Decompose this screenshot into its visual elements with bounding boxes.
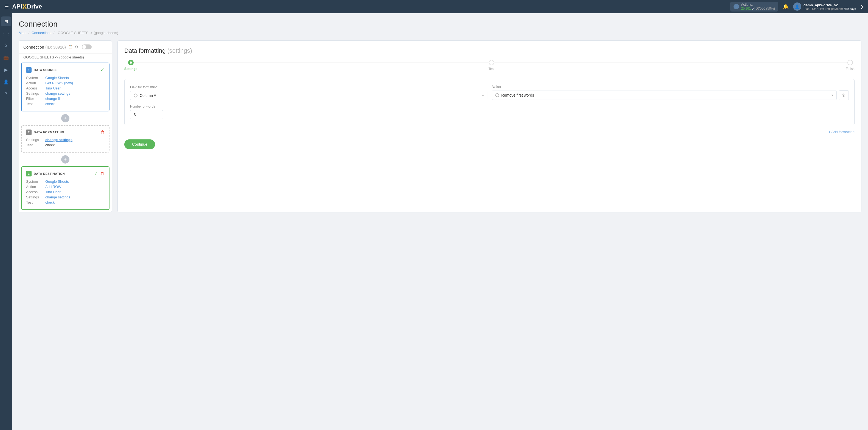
- step1-system-value[interactable]: Google Sheets: [45, 76, 69, 80]
- progress-step-finish-circle: [847, 60, 853, 65]
- continue-button[interactable]: Continue: [124, 140, 155, 149]
- step1-test-value[interactable]: check: [45, 102, 55, 106]
- bell-icon[interactable]: 🔔: [783, 4, 789, 10]
- user-menu[interactable]: 👤 demo_apix-drive_s2 Plan | Start| left …: [793, 2, 856, 11]
- step2-card: 2 DATA FORMATTING 🗑 Settings change sett…: [21, 125, 110, 153]
- breadcrumb-main[interactable]: Main: [19, 31, 26, 35]
- actions-info[interactable]: i Actions: 25'161 of 50'000 (50%): [730, 2, 778, 11]
- sidebar: ⊞ ⋮⋮ $ 💼 ▶ 👤 ?: [0, 13, 12, 430]
- navbar: ☰ APIXDrive i Actions: 25'161 of 50'000 …: [0, 0, 868, 13]
- actions-used: 25'161: [741, 7, 751, 10]
- right-panel-title: Data formatting (settings): [124, 47, 855, 54]
- step1-filter-value[interactable]: change filter: [45, 97, 65, 101]
- sidebar-item-connections[interactable]: ⋮⋮: [1, 29, 11, 38]
- action-group: Action Remove first words ▾ 🗑: [492, 85, 849, 100]
- navbar-expand-icon[interactable]: ❯: [860, 4, 864, 9]
- sidebar-item-video[interactable]: ▶: [1, 65, 11, 74]
- step3-row-system: System Google Sheets: [26, 180, 104, 184]
- step1-number: 1: [26, 67, 32, 73]
- field-select-value: Column A: [140, 93, 480, 98]
- field-group: Field for formatting Column A ▾: [130, 85, 487, 100]
- field-select[interactable]: Column A ▾: [130, 91, 487, 100]
- step3-card: 3 DATA DESTINATION ✓ 🗑 System Google She…: [21, 166, 110, 210]
- progress-step-test-label: Test: [489, 67, 495, 71]
- step2-test-value: check: [45, 143, 55, 147]
- step3-action-value[interactable]: Add ROW: [45, 185, 61, 189]
- progress-steps: Settings Test Finish: [124, 60, 855, 71]
- form-row-main: Field for formatting Column A ▾ Action: [130, 85, 849, 100]
- step2-row-test: Test check: [26, 143, 104, 147]
- user-avatar: 👤: [793, 2, 801, 11]
- step2-number: 2: [26, 129, 32, 135]
- breadcrumb-connections[interactable]: Connections: [32, 31, 51, 35]
- action-select[interactable]: Remove first words ▾: [492, 91, 837, 100]
- copy-icon[interactable]: 📋: [68, 45, 73, 49]
- user-plan: Plan | Start| left until payment 359 day…: [804, 7, 856, 10]
- step1-action-value[interactable]: Get ROWS (new): [45, 81, 73, 85]
- step3-number: 3: [26, 171, 32, 177]
- step1-check: ✓: [100, 67, 104, 73]
- user-info: demo_apix-drive_s2 Plan | Start| left un…: [804, 3, 856, 10]
- connection-title: Connection (ID: 38910): [23, 45, 66, 50]
- action-select-value: Remove first words: [501, 93, 830, 97]
- logo-drive: Drive: [27, 3, 42, 10]
- step3-row-test: Test check: [26, 200, 104, 205]
- progress-step-finish: Finish: [846, 60, 855, 71]
- settings-icon[interactable]: ⚙: [75, 45, 79, 49]
- step3-test-value[interactable]: check: [45, 200, 55, 205]
- step3-row-action: Action Add ROW: [26, 185, 104, 189]
- content-wrapper: Connection (ID: 38910) 📋 ⚙ GOOGLE SHEETS…: [19, 40, 861, 212]
- step1-row-system: System Google Sheets: [26, 76, 104, 80]
- connection-toggle[interactable]: [82, 44, 92, 50]
- progress-step-finish-label: Finish: [846, 67, 855, 71]
- progress-step-test-circle: [489, 60, 494, 65]
- step3-access-value[interactable]: Tina User: [45, 190, 61, 194]
- words-label: Number of words: [130, 104, 849, 109]
- add-step-btn-2[interactable]: +: [61, 155, 69, 163]
- sidebar-item-billing[interactable]: $: [1, 41, 11, 51]
- step3-delete[interactable]: 🗑: [100, 171, 104, 176]
- step1-title: DATA SOURCE: [34, 68, 100, 72]
- actions-pct: (50%): [766, 7, 775, 10]
- step1-card: 1 DATA SOURCE ✓ System Google Sheets Act…: [21, 63, 110, 112]
- step1-settings-value[interactable]: change settings: [45, 91, 70, 95]
- action-chevron-icon: ▾: [832, 93, 833, 97]
- step3-row-settings: Settings change settings: [26, 195, 104, 199]
- sidebar-item-home[interactable]: ⊞: [1, 17, 11, 26]
- action-delete-btn[interactable]: 🗑: [839, 90, 849, 100]
- add-formatting-link[interactable]: + Add formatting: [829, 130, 855, 134]
- step1-access-value[interactable]: Tina User: [45, 86, 61, 90]
- actions-text: Actions: 25'161 of 50'000 (50%): [741, 3, 775, 10]
- step2-settings-value[interactable]: change settings: [45, 138, 72, 142]
- field-chevron-icon: ▾: [482, 94, 484, 97]
- action-circle-icon: [495, 93, 499, 97]
- words-input[interactable]: [130, 110, 163, 119]
- sidebar-item-profile[interactable]: 👤: [1, 77, 11, 87]
- actions-of: of: [752, 7, 755, 10]
- actions-total: 50'000: [755, 7, 765, 10]
- step3-system-value[interactable]: Google Sheets: [45, 180, 69, 184]
- sidebar-item-templates[interactable]: 💼: [1, 53, 11, 63]
- page-title: Connection: [19, 20, 861, 29]
- menu-icon[interactable]: ☰: [4, 4, 9, 10]
- step2-delete[interactable]: 🗑: [100, 130, 104, 135]
- logo-api: API: [12, 3, 22, 10]
- progress-step-settings-label: Settings: [124, 67, 137, 71]
- actions-label: Actions:: [741, 3, 775, 7]
- user-name: demo_apix-drive_s2: [804, 3, 856, 7]
- right-panel-subtitle: (settings): [167, 47, 192, 54]
- connection-subtitle: GOOGLE SHEETS -> (google sheets): [19, 54, 112, 63]
- step1-row-access: Access Tina User: [26, 86, 104, 90]
- step3-settings-value[interactable]: change settings: [45, 195, 70, 199]
- add-step-btn-1[interactable]: +: [61, 114, 69, 122]
- field-label: Field for formatting: [130, 85, 487, 89]
- field-circle-icon: [134, 94, 137, 97]
- right-panel: Data formatting (settings) Settings Test: [118, 40, 861, 212]
- sidebar-item-help[interactable]: ?: [1, 89, 11, 99]
- words-group: Number of words: [130, 104, 849, 119]
- step2-row-settings: Settings change settings: [26, 138, 104, 142]
- logo: APIXDrive: [12, 2, 42, 11]
- step3-check: ✓: [94, 171, 98, 177]
- progress-step-settings: Settings: [124, 60, 137, 71]
- breadcrumb: Main / Connections / GOOGLE SHEETS -> (g…: [19, 31, 861, 35]
